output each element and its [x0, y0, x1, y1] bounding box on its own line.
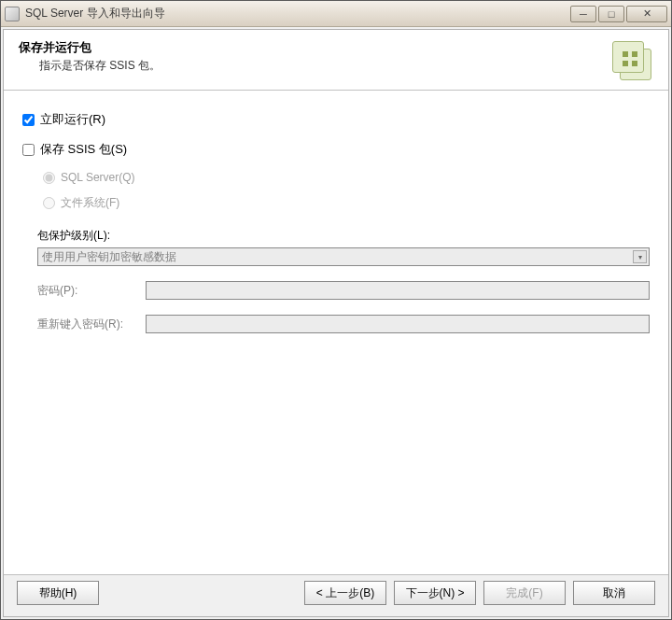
protection-level-select: 使用用户密钥加密敏感数据 ▾ — [37, 247, 650, 266]
sql-server-radio-label: SQL Server(Q) — [61, 171, 135, 184]
help-button[interactable]: 帮助(H) — [17, 581, 99, 605]
close-button[interactable]: ✕ — [626, 6, 667, 22]
sql-server-radio: SQL Server(Q) — [43, 171, 650, 184]
password-label: 密码(P): — [37, 283, 146, 299]
page-title: 保存并运行包 — [19, 39, 601, 56]
file-system-radio-label: 文件系统(F) — [61, 195, 119, 211]
back-button[interactable]: < 上一步(B) — [304, 581, 386, 605]
file-system-radio-input — [43, 197, 55, 209]
run-immediately-checkbox[interactable]: 立即运行(R) — [22, 111, 105, 128]
next-button[interactable]: 下一步(N) > — [394, 581, 476, 605]
window-title: SQL Server 导入和导出向导 — [25, 6, 570, 21]
body-panel: 立即运行(R) 保存 SSIS 包(S) SQL Server(Q) 文件系统(… — [4, 91, 668, 574]
file-system-radio: 文件系统(F) — [43, 195, 650, 211]
window-controls: ─ □ ✕ — [570, 6, 667, 22]
save-ssis-checkbox[interactable]: 保存 SSIS 包(S) — [22, 141, 127, 158]
sql-server-radio-input — [43, 172, 55, 184]
minimize-button[interactable]: ─ — [570, 6, 596, 22]
footer-buttons: 帮助(H) < 上一步(B) 下一步(N) > 完成(F) 取消 — [4, 574, 668, 616]
finish-button: 完成(F) — [483, 581, 566, 605]
protection-level-value: 使用用户密钥加密敏感数据 — [42, 249, 176, 265]
app-icon — [5, 7, 20, 21]
maximize-button[interactable]: □ — [598, 6, 624, 22]
chevron-down-icon: ▾ — [633, 250, 647, 263]
header-text: 保存并运行包 指示是否保存 SSIS 包。 — [19, 39, 601, 74]
save-target-group: SQL Server(Q) 文件系统(F) — [22, 171, 650, 211]
password-input — [146, 281, 650, 300]
wizard-window: SQL Server 导入和导出向导 ─ □ ✕ 保存并运行包 指示是否保存 S… — [0, 0, 672, 620]
run-immediately-label: 立即运行(R) — [40, 111, 105, 128]
content-area: 保存并运行包 指示是否保存 SSIS 包。 立即运行(R) — [3, 29, 669, 617]
run-immediately-input[interactable] — [22, 114, 35, 126]
cancel-button[interactable]: 取消 — [573, 581, 655, 605]
save-ssis-input[interactable] — [22, 144, 35, 156]
package-icon — [610, 39, 653, 82]
header-panel: 保存并运行包 指示是否保存 SSIS 包。 — [4, 30, 668, 91]
page-subtitle: 指示是否保存 SSIS 包。 — [19, 58, 601, 74]
footer-spacer — [106, 581, 297, 605]
titlebar[interactable]: SQL Server 导入和导出向导 ─ □ ✕ — [1, 1, 671, 27]
retype-password-label: 重新键入密码(R): — [37, 317, 146, 332]
save-ssis-label: 保存 SSIS 包(S) — [40, 141, 127, 158]
retype-password-input — [146, 315, 650, 333]
protection-level-label: 包保护级别(L): — [22, 228, 650, 244]
